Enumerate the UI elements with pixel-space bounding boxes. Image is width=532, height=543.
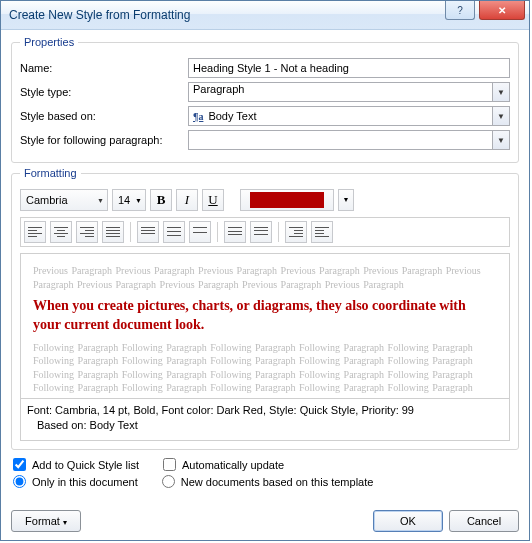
- add-quick-style-label: Add to Quick Style list: [32, 459, 139, 471]
- indent-increase-icon: [315, 227, 329, 237]
- underline-button[interactable]: U: [202, 189, 224, 211]
- ok-button[interactable]: OK: [373, 510, 443, 532]
- align-justify-button[interactable]: [102, 221, 124, 243]
- chevron-down-icon: ▼: [97, 197, 104, 204]
- preview-pane: Previous Paragraph Previous Paragraph Pr…: [20, 253, 510, 399]
- line-spacing-2-button[interactable]: [189, 221, 211, 243]
- based-on-select[interactable]: ¶a Body Text: [188, 106, 493, 126]
- indent-decrease-icon: [289, 227, 303, 237]
- line-spacing-15-button[interactable]: [163, 221, 185, 243]
- chevron-down-icon: ▼: [497, 112, 505, 121]
- font-size-select[interactable]: 14▼: [112, 189, 146, 211]
- align-right-button[interactable]: [76, 221, 98, 243]
- name-input[interactable]: [188, 58, 510, 78]
- based-on-label: Style based on:: [20, 110, 188, 122]
- font-name-select[interactable]: Cambria▼: [20, 189, 108, 211]
- properties-legend: Properties: [20, 36, 78, 48]
- following-label: Style for following paragraph:: [20, 134, 188, 146]
- only-this-document-radio[interactable]: [13, 475, 26, 488]
- new-documents-label: New documents based on this template: [181, 476, 374, 488]
- auto-update-label: Automatically update: [182, 459, 284, 471]
- new-documents-radio[interactable]: [162, 475, 175, 488]
- preview-previous-text: Previous Paragraph Previous Paragraph Pr…: [33, 264, 497, 291]
- description-line-2: Based on: Body Text: [27, 418, 503, 433]
- italic-button[interactable]: I: [176, 189, 198, 211]
- formatting-legend: Formatting: [20, 167, 81, 179]
- paragraph-style-icon: ¶a: [193, 111, 203, 122]
- style-type-label: Style type:: [20, 86, 188, 98]
- titlebar: Create New Style from Formatting ? ✕: [1, 1, 529, 30]
- align-right-icon: [80, 227, 94, 237]
- align-center-button[interactable]: [50, 221, 72, 243]
- para-space-icon: [254, 227, 268, 237]
- based-on-dropdown-button[interactable]: ▼: [493, 106, 510, 126]
- window-title: Create New Style from Formatting: [9, 8, 190, 22]
- style-type-select[interactable]: Paragraph: [188, 82, 493, 102]
- help-button[interactable]: ?: [445, 1, 475, 20]
- space-before-dec-button[interactable]: [250, 221, 272, 243]
- indent-decrease-button[interactable]: [285, 221, 307, 243]
- chevron-down-icon: ▼: [497, 88, 505, 97]
- line-spacing-icon: [141, 227, 155, 237]
- align-center-icon: [54, 227, 68, 237]
- name-label: Name:: [20, 62, 188, 74]
- auto-update-checkbox[interactable]: [163, 458, 176, 471]
- following-select[interactable]: [188, 130, 493, 150]
- align-justify-icon: [106, 227, 120, 237]
- separator: [130, 222, 131, 242]
- only-this-document-label: Only in this document: [32, 476, 138, 488]
- style-description: Font: Cambria, 14 pt, Bold, Font color: …: [20, 399, 510, 441]
- help-icon: ?: [457, 5, 463, 16]
- properties-group: Properties Name: Style type: Paragraph ▼…: [11, 36, 519, 163]
- formatting-group: Formatting Cambria▼ 14▼ B I U ▼: [11, 167, 519, 450]
- line-spacing-icon: [193, 227, 207, 237]
- chevron-down-icon: ▼: [343, 196, 350, 204]
- line-spacing-icon: [167, 227, 181, 237]
- chevron-down-icon: ▼: [497, 136, 505, 145]
- format-button[interactable]: Format ▾: [11, 510, 81, 532]
- style-type-dropdown-button[interactable]: ▼: [493, 82, 510, 102]
- line-spacing-1-button[interactable]: [137, 221, 159, 243]
- description-line-1: Font: Cambria, 14 pt, Bold, Font color: …: [27, 403, 503, 418]
- close-button[interactable]: ✕: [479, 1, 525, 20]
- font-color-dropdown-button[interactable]: ▼: [338, 189, 354, 211]
- separator: [278, 222, 279, 242]
- space-before-inc-button[interactable]: [224, 221, 246, 243]
- preview-following-text: Following Paragraph Following Paragraph …: [33, 341, 497, 399]
- separator: [217, 222, 218, 242]
- align-left-button[interactable]: [24, 221, 46, 243]
- add-quick-style-checkbox[interactable]: [13, 458, 26, 471]
- font-color-swatch: [250, 192, 324, 208]
- menu-down-icon: ▾: [63, 518, 67, 527]
- following-dropdown-button[interactable]: ▼: [493, 130, 510, 150]
- bold-button[interactable]: B: [150, 189, 172, 211]
- indent-increase-button[interactable]: [311, 221, 333, 243]
- close-icon: ✕: [498, 5, 506, 16]
- cancel-button[interactable]: Cancel: [449, 510, 519, 532]
- align-left-icon: [28, 227, 42, 237]
- para-space-icon: [228, 227, 242, 237]
- chevron-down-icon: ▼: [135, 197, 142, 204]
- preview-sample-text: When you create pictures, charts, or dia…: [33, 297, 497, 335]
- font-color-select[interactable]: [240, 189, 334, 211]
